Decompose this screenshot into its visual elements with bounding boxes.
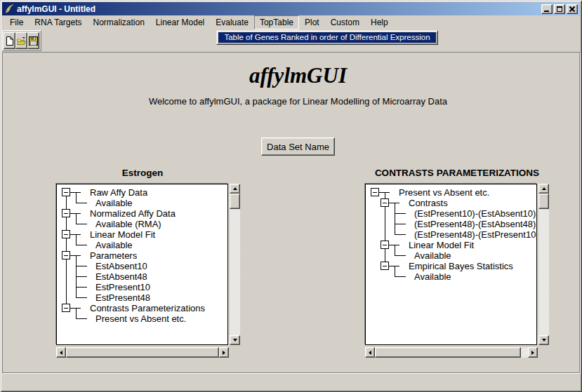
scroll-right-icon	[223, 351, 225, 355]
svg-text:Contrasts: Contrasts	[409, 198, 448, 208]
menu-bar: File RNA Targets Normalization Linear Mo…	[2, 15, 580, 29]
svg-text:Available: Available	[414, 271, 451, 282]
scroll-down-button[interactable]	[230, 335, 240, 345]
scroll-left-button[interactable]	[365, 347, 375, 358]
svg-text:Linear Model Fit: Linear Model Fit	[409, 240, 475, 250]
scroll-up-button[interactable]	[538, 184, 549, 194]
svg-text:(EstPresent48)-(EstAbsent48): (EstPresent48)-(EstAbsent48)	[414, 219, 536, 229]
minimize-button[interactable]	[541, 4, 553, 14]
menu-plot[interactable]: Plot	[299, 15, 325, 29]
contrasts-horizontal-scrollbar[interactable]	[365, 347, 538, 358]
open-folder-icon	[17, 36, 26, 46]
estrogen-tree[interactable]: Raw Affy DataAvailableNormalized Affy Da…	[56, 184, 228, 345]
toolbar	[2, 30, 41, 51]
scroll-right-button[interactable]	[219, 347, 229, 358]
scroll-right-icon	[531, 351, 534, 355]
vertical-scroll-thumb[interactable]	[230, 194, 240, 209]
scroll-up-button[interactable]	[230, 184, 240, 194]
svg-text:Available (RMA): Available (RMA)	[95, 219, 161, 229]
application-window: affylmGUI - Untitled File RNA Targets No…	[0, 0, 582, 392]
estrogen-vertical-scrollbar[interactable]	[230, 184, 240, 345]
window-title: affylmGUI - Untitled	[17, 4, 541, 14]
welcome-text: Welcome to affylmGUI, a package for Line…	[14, 96, 582, 107]
vertical-scroll-thumb[interactable]	[538, 194, 549, 209]
estrogen-tree-header: Estrogen	[45, 168, 240, 178]
data-set-name-button[interactable]: Data Set Name	[261, 137, 335, 156]
horizontal-scroll-thumb[interactable]	[375, 347, 521, 358]
scroll-up-icon	[542, 187, 546, 190]
app-title: affylmGUI	[14, 63, 582, 88]
menu-item-table-of-genes[interactable]: Table of Genes Ranked in order of Differ…	[218, 32, 436, 43]
estrogen-horizontal-scrollbar[interactable]	[56, 347, 229, 358]
svg-text:EstAbsent48: EstAbsent48	[95, 271, 147, 282]
svg-text:Parameters: Parameters	[90, 250, 138, 261]
menu-help[interactable]: Help	[365, 15, 394, 29]
scroll-left-icon	[60, 351, 62, 355]
contrasts-tree-header: CONTRASTS PARAMETERIZATIONS	[358, 168, 556, 178]
svg-text:Available: Available	[95, 240, 133, 250]
open-file-button[interactable]	[15, 32, 27, 49]
contrasts-tree[interactable]: Present vs Absent etc.Contrasts(EstPrese…	[365, 184, 537, 345]
scroll-down-button[interactable]	[538, 335, 549, 345]
svg-text:Present vs Absent etc.: Present vs Absent etc.	[399, 187, 489, 198]
menu-evaluate[interactable]: Evaluate	[210, 15, 254, 29]
save-floppy-icon	[29, 36, 38, 46]
svg-text:EstPresent48: EstPresent48	[95, 292, 150, 303]
scroll-down-icon	[233, 339, 237, 342]
close-icon	[569, 6, 575, 12]
minimize-icon	[544, 11, 549, 12]
scroll-up-icon	[233, 187, 237, 190]
estrogen-tree-canvas[interactable]: Raw Affy DataAvailableNormalized Affy Da…	[57, 184, 227, 344]
title-bar: affylmGUI - Untitled	[2, 2, 580, 15]
maximize-icon	[557, 6, 562, 12]
svg-text:Linear Model Fit: Linear Model Fit	[90, 229, 156, 240]
menu-linear-model[interactable]: Linear Model	[150, 15, 210, 29]
menu-toptable[interactable]: TopTable	[254, 15, 299, 29]
menu-rna-targets[interactable]: RNA Targets	[29, 15, 87, 29]
horizontal-scroll-thumb[interactable]	[66, 347, 219, 358]
contrasts-vertical-scrollbar[interactable]	[538, 184, 549, 345]
svg-text:Present vs Absent etc.: Present vs Absent etc.	[95, 313, 186, 324]
svg-text:(EstPresent10)-(EstAbsent10): (EstPresent10)-(EstAbsent10)	[414, 208, 536, 219]
menu-normalization[interactable]: Normalization	[88, 15, 150, 29]
close-button[interactable]	[567, 4, 578, 14]
svg-text:Available: Available	[414, 250, 451, 261]
svg-text:EstAbsent10: EstAbsent10	[95, 261, 147, 271]
save-file-button[interactable]	[27, 32, 39, 49]
svg-text:Contrasts Parameterizations: Contrasts Parameterizations	[90, 303, 206, 313]
maximize-button[interactable]	[554, 4, 565, 14]
contrasts-tree-canvas[interactable]: Present vs Absent etc.Contrasts(EstPrese…	[366, 184, 536, 344]
scroll-left-icon	[369, 351, 371, 355]
new-file-button[interactable]	[4, 32, 15, 49]
scroll-right-button[interactable]	[528, 347, 538, 358]
feather-app-icon	[4, 4, 15, 14]
toptable-dropdown-menu: Table of Genes Ranked in order of Differ…	[216, 30, 438, 45]
svg-text:(EstPresent48)-(EstPresent10): (EstPresent48)-(EstPresent10)	[414, 229, 536, 240]
svg-text:Raw Affy Data: Raw Affy Data	[90, 187, 148, 198]
svg-text:Empirical Bayes Statistics: Empirical Bayes Statistics	[409, 261, 513, 271]
svg-text:Normalized Affy Data: Normalized Affy Data	[90, 208, 176, 219]
svg-text:Available: Available	[95, 198, 133, 208]
svg-text:EstPresent10: EstPresent10	[95, 282, 150, 292]
menu-file[interactable]: File	[4, 15, 29, 29]
new-file-icon	[5, 36, 14, 46]
scroll-left-button[interactable]	[56, 347, 66, 358]
scroll-down-icon	[542, 339, 546, 342]
menu-custom[interactable]: Custom	[325, 15, 365, 29]
